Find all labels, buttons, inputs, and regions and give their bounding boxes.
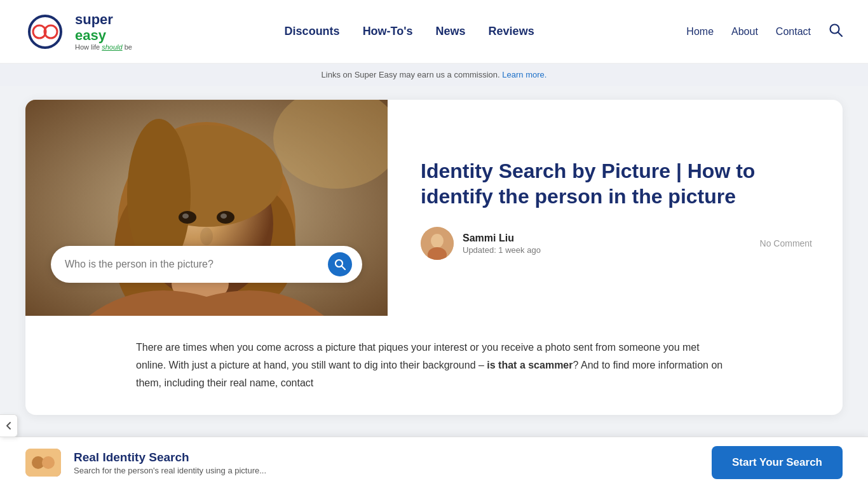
author-row: Sammi Liu Updated: 1 week ago No Comment xyxy=(421,227,812,260)
main-card: Identity Search by Picture | How to iden… xyxy=(25,100,843,415)
nav-contact[interactable]: Contact xyxy=(776,26,811,37)
article-title: Identity Search by Picture | How to iden… xyxy=(421,158,812,209)
nav-discounts[interactable]: Discounts xyxy=(285,25,340,38)
search-overlay xyxy=(51,246,362,283)
nav-home[interactable]: Home xyxy=(686,26,714,37)
search-input[interactable] xyxy=(65,259,328,270)
search-submit-button[interactable] xyxy=(328,252,352,276)
svg-point-17 xyxy=(220,214,227,219)
logo-icon xyxy=(25,15,65,49)
logo-text: super easy How life should be xyxy=(75,12,132,50)
hero-section: Identity Search by Picture | How to iden… xyxy=(25,100,843,316)
svg-point-16 xyxy=(182,214,189,219)
header: super easy How life should be Discounts … xyxy=(0,0,868,64)
nav-howtos[interactable]: How-To's xyxy=(363,25,413,38)
author-avatar xyxy=(421,227,454,260)
nav-reviews[interactable]: Reviews xyxy=(489,25,534,38)
learn-more-link[interactable]: Learn more. xyxy=(502,70,546,79)
nav-news[interactable]: News xyxy=(436,25,466,38)
right-navigation: Home About Contact xyxy=(686,23,843,41)
info-bar: Links on Super Easy may earn us a commis… xyxy=(0,64,868,86)
author-name: Sammi Liu xyxy=(463,233,541,244)
hero-content: Identity Search by Picture | How to iden… xyxy=(388,100,843,316)
hero-image xyxy=(25,100,388,316)
info-text: Links on Super Easy may earn us a commis… xyxy=(322,70,500,79)
no-comment: No Comment xyxy=(760,238,812,248)
svg-line-4 xyxy=(838,32,842,36)
logo-tagline: How life should be xyxy=(75,43,132,51)
author-updated: Updated: 1 week ago xyxy=(463,245,541,255)
svg-point-18 xyxy=(200,227,213,245)
svg-line-21 xyxy=(342,266,345,269)
article-body: There are times when you come across a p… xyxy=(25,316,843,415)
bold-text: is that a scammer xyxy=(487,360,573,370)
article-paragraph: There are times when you come across a p… xyxy=(136,339,732,392)
logo-super: super xyxy=(75,11,113,27)
author-info: Sammi Liu Updated: 1 week ago xyxy=(463,233,541,255)
main-navigation: Discounts How-To's News Reviews xyxy=(285,25,534,38)
logo: super easy How life should be xyxy=(25,12,132,50)
search-button[interactable] xyxy=(829,23,843,41)
nav-about[interactable]: About xyxy=(731,26,758,37)
hero-photo-bg xyxy=(25,100,388,316)
collapse-button[interactable] xyxy=(0,414,18,429)
svg-point-23 xyxy=(431,234,444,248)
logo-easy: easy xyxy=(75,27,106,43)
